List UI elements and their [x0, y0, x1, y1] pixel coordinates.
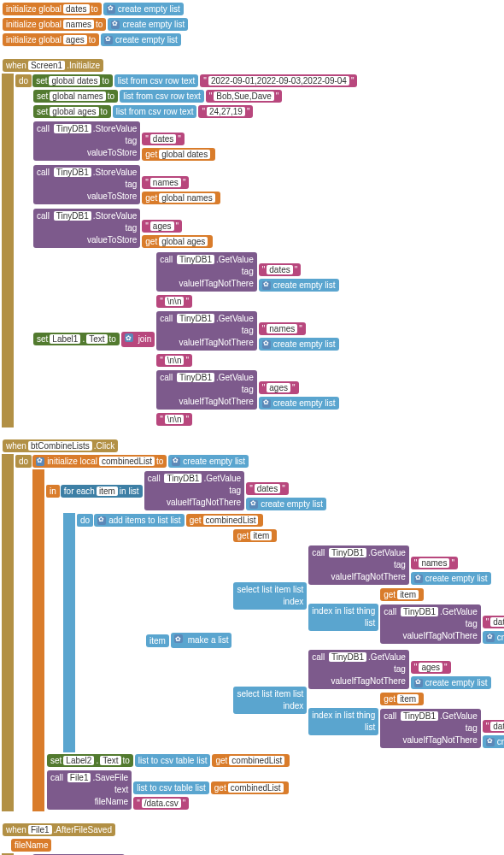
call-file1-savefile[interactable]: call File1.SaveFile text fileName: [47, 770, 132, 810]
init-global-ages[interactable]: initialize global ages to: [3, 33, 99, 46]
param-filename[interactable]: fileName: [11, 839, 51, 852]
when-screen1-initialize[interactable]: when Screen1.Initialize: [3, 59, 103, 72]
create-empty-list[interactable]: create empty list: [411, 676, 491, 689]
text-block[interactable]: "ages": [259, 381, 299, 394]
index-in-list[interactable]: index in list thing list: [308, 708, 378, 735]
gear-icon[interactable]: [104, 36, 113, 44]
gear-icon[interactable]: [174, 634, 183, 643]
gear-icon[interactable]: [486, 634, 495, 642]
text-block[interactable]: "ages": [142, 220, 182, 233]
set-label2-text[interactable]: set Label2.Text to: [47, 754, 133, 767]
create-empty-list[interactable]: create empty list: [246, 498, 326, 510]
gear-icon[interactable]: [125, 333, 133, 342]
when-file1-afterfilesaved[interactable]: when File1.AfterFileSaved: [3, 823, 115, 836]
call-tinydb-getvalue[interactable]: call TinyDB1.GetValue tag valueIfTagNotT…: [156, 370, 257, 410]
get-var[interactable]: get global names: [142, 192, 220, 204]
get-var[interactable]: get item: [380, 588, 424, 601]
text-block[interactable]: "/data.csv": [133, 797, 189, 810]
gear-icon[interactable]: [97, 516, 106, 525]
list-to-csv-table[interactable]: list to csv table list: [135, 754, 211, 767]
label: create empty list: [118, 4, 180, 14]
text-block[interactable]: "dates": [483, 616, 504, 628]
index-in-list[interactable]: index in list thing list: [308, 604, 378, 631]
get-var[interactable]: get global dates: [142, 148, 215, 161]
select-list-item[interactable]: select list item list index: [233, 687, 307, 714]
join-block[interactable]: join: [121, 332, 155, 347]
create-empty-list[interactable]: create empty list: [483, 735, 504, 748]
text-block[interactable]: "names": [142, 176, 189, 189]
create-empty-list[interactable]: create empty list: [259, 279, 339, 292]
gear-icon[interactable]: [111, 21, 120, 29]
text-block[interactable]: "dates": [142, 133, 185, 145]
get-var[interactable]: get combinedList: [186, 514, 264, 527]
get-var[interactable]: get item: [233, 529, 277, 542]
select-list-item[interactable]: select list item list index: [233, 582, 307, 610]
create-empty-list[interactable]: create empty list: [259, 397, 339, 410]
gear-icon[interactable]: [262, 340, 271, 349]
for-each-item[interactable]: for each item in list: [61, 485, 143, 498]
set-global-ages[interactable]: set global ages to: [33, 105, 111, 118]
text-block[interactable]: "ages": [411, 661, 451, 674]
call-tinydb-getvalue[interactable]: call TinyDB1.GetValue tag valueIfTagNotT…: [156, 252, 257, 292]
create-empty-list[interactable]: create empty list: [411, 572, 491, 585]
create-empty-list[interactable]: create empty list: [168, 455, 249, 468]
text-block[interactable]: "\n\n": [156, 354, 192, 367]
create-empty-list[interactable]: create empty list: [101, 33, 181, 46]
make-a-list[interactable]: make a list: [171, 633, 232, 648]
call-tinydb-getvalue[interactable]: call TinyDB1.GetValue tag valueIfTagNotT…: [308, 545, 409, 585]
init-local-combinedlist[interactable]: initialize local combinedList to: [32, 455, 167, 468]
text-block[interactable]: "\n\n": [156, 413, 192, 426]
create-empty-list[interactable]: create empty list: [483, 631, 504, 644]
in-label: in: [46, 485, 60, 498]
do-label: do: [15, 74, 32, 87]
list-to-csv-table[interactable]: list to csv table list: [133, 781, 209, 794]
text-block[interactable]: "names": [411, 557, 458, 569]
var-name[interactable]: dates: [63, 4, 89, 14]
create-empty-list[interactable]: create empty list: [259, 338, 339, 351]
gear-icon[interactable]: [414, 575, 423, 583]
label: initialize global: [6, 4, 62, 14]
item-socket: item: [146, 634, 169, 647]
init-global-names[interactable]: initialize global names to: [3, 18, 106, 31]
do-label: do: [15, 455, 32, 468]
text-block[interactable]: "names": [259, 322, 306, 335]
call-tinydb-storevalue-names[interactable]: call TinyDB1.StoreValue tag valueToStore: [33, 165, 140, 204]
text-block[interactable]: "2022-09-01,2022-09-03,2022-09-04": [200, 74, 357, 87]
list-from-csv[interactable]: list from csv row text: [113, 105, 197, 118]
set-global-dates[interactable]: set global dates to: [32, 74, 113, 87]
text-block[interactable]: "24,27,19": [198, 105, 253, 118]
text-block[interactable]: "\n\n": [156, 295, 192, 308]
init-global-dates[interactable]: initialize global dates to: [3, 3, 102, 15]
create-empty-list[interactable]: create empty list: [103, 3, 184, 15]
gear-icon[interactable]: [172, 457, 180, 466]
set-label1-text[interactable]: set Label1.Text to: [33, 333, 120, 345]
get-var[interactable]: get global ages: [142, 235, 213, 248]
when-btcombinelists-click[interactable]: when btCombineLists.Click: [3, 439, 118, 452]
call-tinydb-getvalue[interactable]: call TinyDB1.GetValue tag valueIfTagNotT…: [156, 311, 257, 351]
call-tinydb-getvalue[interactable]: call TinyDB1.GetValue tag valueIfTagNotT…: [144, 471, 245, 510]
gear-icon[interactable]: [107, 5, 115, 14]
call-tinydb-getvalue[interactable]: call TinyDB1.GetValue tag valueIfTagNotT…: [380, 709, 481, 748]
get-var[interactable]: get combinedList: [212, 754, 290, 767]
gear-icon[interactable]: [262, 281, 271, 290]
set-global-names[interactable]: set global names to: [33, 90, 118, 103]
get-var[interactable]: get item: [380, 693, 424, 705]
gear-icon[interactable]: [414, 679, 423, 687]
gear-icon[interactable]: [262, 399, 271, 408]
call-tinydb-getvalue[interactable]: call TinyDB1.GetValue tag valueIfTagNotT…: [308, 650, 409, 689]
get-var[interactable]: get combinedList: [211, 781, 289, 794]
call-tinydb-storevalue-ages[interactable]: call TinyDB1.StoreValue tag valueToStore: [33, 209, 140, 248]
text-block[interactable]: "Bob,Sue,Dave": [206, 90, 283, 103]
call-tinydb-getvalue[interactable]: call TinyDB1.GetValue tag valueIfTagNotT…: [380, 604, 481, 644]
list-from-csv[interactable]: list from csv row text: [120, 90, 204, 103]
list-from-csv[interactable]: list from csv row text: [114, 74, 199, 87]
text-block[interactable]: "dates": [246, 482, 289, 495]
gear-icon[interactable]: [36, 457, 44, 466]
create-empty-list[interactable]: create empty list: [108, 18, 188, 31]
text-block[interactable]: "dates": [259, 263, 302, 276]
call-tinydb-storevalue-dates[interactable]: call TinyDB1.StoreValue tag valueToStore: [33, 121, 140, 161]
text-block[interactable]: "dates": [483, 720, 504, 733]
add-items-to-list[interactable]: add items to list list: [94, 514, 185, 527]
gear-icon[interactable]: [486, 738, 495, 746]
gear-icon[interactable]: [249, 500, 258, 509]
